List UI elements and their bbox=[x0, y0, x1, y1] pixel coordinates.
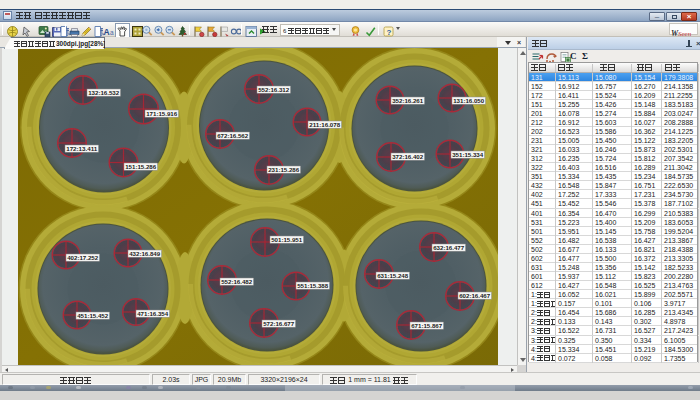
svg-text:551:15.388: 551:15.388 bbox=[297, 282, 329, 289]
svg-text:131:16.050: 131:16.050 bbox=[453, 97, 485, 104]
svg-text:501:15.951: 501:15.951 bbox=[271, 236, 303, 243]
svg-text:171:15.916: 171:15.916 bbox=[146, 110, 178, 117]
svg-text:231:15.286: 231:15.286 bbox=[268, 166, 300, 173]
svg-text:432:16.849: 432:16.849 bbox=[129, 250, 161, 257]
svg-text:351:15.334: 351:15.334 bbox=[452, 151, 484, 158]
svg-text:602:16.467: 602:16.467 bbox=[459, 292, 491, 299]
svg-text:552:16.312: 552:16.312 bbox=[258, 86, 290, 93]
svg-text:172:13.411: 172:13.411 bbox=[66, 145, 98, 152]
svg-text:402:17.252: 402:17.252 bbox=[67, 254, 99, 261]
svg-text:211:16.078: 211:16.078 bbox=[309, 121, 341, 128]
svg-text:372:16.402: 372:16.402 bbox=[392, 153, 424, 160]
svg-text:?: ? bbox=[386, 28, 391, 37]
svg-text:631:15.248: 631:15.248 bbox=[377, 272, 409, 279]
svg-text:a: a bbox=[110, 29, 114, 36]
svg-text:132:16.532: 132:16.532 bbox=[88, 89, 120, 96]
svg-text:552:16.482: 552:16.482 bbox=[221, 278, 253, 285]
svg-text:632:16.477: 632:16.477 bbox=[433, 244, 465, 251]
svg-text:151:15.286: 151:15.286 bbox=[125, 163, 157, 170]
svg-text:A: A bbox=[103, 27, 109, 37]
svg-text:451:15.452: 451:15.452 bbox=[77, 312, 109, 319]
svg-text:671:15.867: 671:15.867 bbox=[411, 322, 443, 329]
svg-text:672:16.562: 672:16.562 bbox=[217, 132, 249, 139]
svg-text:352:16.261: 352:16.261 bbox=[392, 97, 424, 104]
svg-text:471:16.354: 471:16.354 bbox=[137, 310, 169, 317]
svg-text:572:16.677: 572:16.677 bbox=[263, 320, 295, 327]
